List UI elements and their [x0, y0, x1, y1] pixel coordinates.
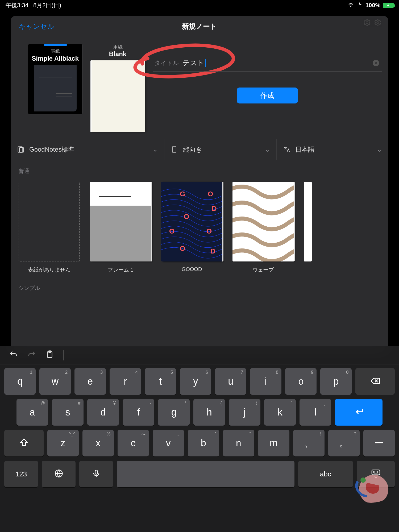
paper-thumb-image — [90, 60, 145, 132]
key-r[interactable]: 4r — [110, 368, 141, 395]
key-。[interactable]: ?。 — [328, 430, 360, 456]
enter-icon — [353, 406, 365, 419]
paper-name: Blank — [90, 50, 145, 58]
key-c[interactable]: 〜c — [118, 430, 149, 456]
svg-text:O: O — [184, 213, 189, 221]
key-a[interactable]: @a — [16, 399, 48, 426]
orientation-icon — [171, 146, 178, 153]
key-123[interactable]: 123 — [4, 461, 38, 487]
template-caption: GOOOD — [161, 266, 222, 272]
key-shift[interactable] — [4, 430, 44, 456]
key-x[interactable]: %x — [82, 430, 114, 456]
key-w[interactable]: 2w — [39, 368, 71, 395]
section-label-normal: 普通 — [11, 160, 388, 178]
key-enter[interactable] — [335, 399, 383, 426]
key-space[interactable] — [117, 461, 294, 487]
status-bar: 午後3:34 8月2日(日) 100% — [0, 0, 399, 11]
key-、[interactable]: !、 — [293, 430, 325, 456]
key-k[interactable]: 「k — [264, 399, 296, 426]
corner-artwork — [348, 471, 394, 503]
redo-button[interactable] — [27, 350, 36, 360]
template-peek[interactable] — [304, 182, 312, 273]
title-block: タイトル テスト ✕ 作成 — [153, 44, 382, 103]
template-wave[interactable]: ウェーブ — [232, 182, 294, 273]
key-m[interactable]: m — [258, 430, 289, 456]
language-icon — [283, 146, 290, 153]
template-frame1[interactable]: フレーム 1 — [90, 182, 151, 273]
svg-text:O: O — [206, 227, 212, 235]
language-selector[interactable]: 日本語 ⌄ — [277, 139, 388, 160]
sheet-header: キャンセル 新規ノート — [11, 16, 388, 37]
svg-text:G: G — [180, 190, 185, 198]
template-row[interactable]: 表紙がありません フレーム 1 GO — [11, 178, 388, 277]
sheet-title: 新規ノート — [11, 22, 388, 31]
shift-icon — [19, 438, 29, 449]
text-cursor — [205, 59, 206, 67]
template-caption: フレーム 1 — [90, 266, 151, 273]
selector-row: GoodNotes標準 ⌄ 縦向き ⌄ 日本語 ⌄ — [11, 139, 388, 160]
key-y[interactable]: 6y — [180, 368, 211, 395]
battery-percent: 100% — [365, 2, 380, 9]
template-caption: 表紙がありません — [19, 266, 80, 273]
keyboard: 1q2w3e4r5t6y7u8i9o0p @a#s¥d-f*g(h)j「k」l … — [0, 346, 399, 532]
key-f[interactable]: -f — [123, 399, 154, 426]
key-o[interactable]: 9o — [285, 368, 317, 395]
toolbar-divider — [63, 350, 64, 360]
title-placeholder: タイトル — [155, 59, 179, 67]
key-s[interactable]: #s — [52, 399, 84, 426]
template-thumb — [19, 182, 80, 261]
orientation-selector[interactable]: 縦向き ⌄ — [164, 139, 276, 160]
svg-text:O: O — [169, 227, 174, 235]
key-d[interactable]: ¥d — [87, 399, 119, 426]
size-selector[interactable]: GoodNotes標準 ⌄ — [11, 139, 164, 160]
mic-icon — [92, 469, 101, 479]
key-u[interactable]: 7u — [215, 368, 246, 395]
key-ー[interactable]: ー — [363, 430, 395, 456]
create-button[interactable]: 作成 — [237, 88, 298, 103]
key-i[interactable]: 8i — [250, 368, 281, 395]
keyboard-rows: 1q2w3e4r5t6y7u8i9o0p @a#s¥d-f*g(h)j「k」l … — [0, 364, 399, 490]
undo-button[interactable] — [9, 350, 18, 360]
key-e[interactable]: 3e — [74, 368, 106, 395]
battery-icon — [383, 3, 394, 8]
section-label-simple: シンプル — [11, 277, 388, 295]
title-input[interactable]: タイトル テスト ✕ — [153, 55, 382, 72]
clipboard-button[interactable] — [45, 350, 54, 360]
svg-point-22 — [360, 477, 366, 483]
key-mic[interactable] — [79, 461, 113, 487]
moon-icon — [357, 2, 363, 9]
svg-text:O: O — [180, 244, 185, 252]
template-thumb — [90, 182, 151, 261]
key-l[interactable]: 」l — [300, 399, 331, 426]
paper-preview[interactable]: 用紙 Blank — [90, 44, 145, 132]
template-none[interactable]: 表紙がありません — [19, 182, 80, 273]
key-v[interactable]: …v — [153, 430, 184, 456]
language-value: 日本語 — [295, 145, 314, 154]
chevron-down-icon: ⌄ — [377, 146, 382, 153]
key-b[interactable]: 'b — [188, 430, 219, 456]
title-value: テスト — [183, 58, 204, 68]
svg-text:D: D — [210, 247, 215, 255]
key-t[interactable]: 5t — [145, 368, 176, 395]
key-n[interactable]: "n — [223, 430, 254, 456]
cover-preview[interactable]: 表紙 Simple Allblack — [28, 44, 82, 114]
key-z[interactable]: ^_^z — [47, 430, 79, 456]
key-g[interactable]: *g — [158, 399, 190, 426]
template-goood[interactable]: GO DO OO OD GOOOD — [161, 182, 222, 273]
status-left: 午後3:34 8月2日(日) — [5, 1, 64, 9]
key-j[interactable]: )j — [229, 399, 260, 426]
globe-icon — [54, 469, 64, 479]
backspace-icon — [370, 376, 380, 387]
template-thumb — [304, 182, 312, 261]
key-globe[interactable] — [42, 461, 76, 487]
key-backspace[interactable] — [355, 368, 395, 395]
key-q[interactable]: 1q — [4, 368, 36, 395]
cover-tab-indicator — [44, 44, 67, 46]
template-thumb: GO DO OO OD — [161, 182, 222, 261]
key-h[interactable]: (h — [193, 399, 225, 426]
key-p[interactable]: 0p — [320, 368, 352, 395]
clear-button[interactable]: ✕ — [373, 60, 379, 66]
keyboard-toolbar — [0, 346, 399, 364]
key-abc[interactable]: abc — [298, 461, 353, 487]
orientation-value: 縦向き — [183, 145, 202, 154]
